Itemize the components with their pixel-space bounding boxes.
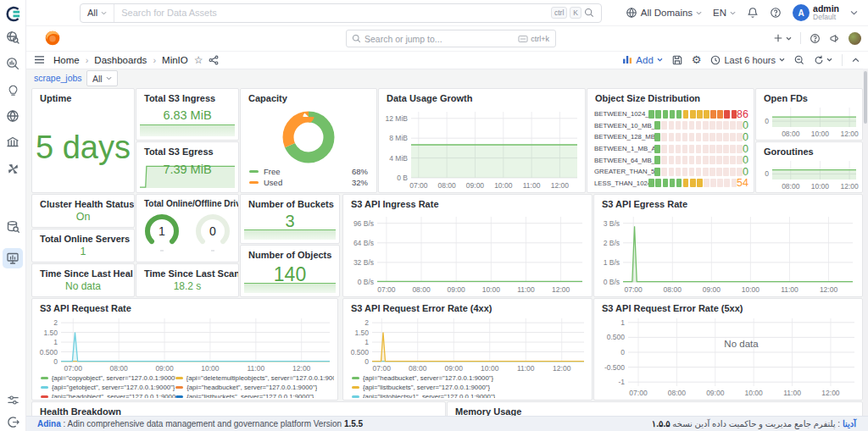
panel-title[interactable]: Open FDs [756,89,862,103]
sidebar-item-governance[interactable] [0,132,25,152]
svg-text:10:00: 10:00 [811,182,830,191]
open-fds-chart[interactable]: 08:0010:0012:000 [759,104,860,138]
panel-title[interactable]: Number of Objects [241,246,339,260]
legend-item[interactable]: {api="headobject", server="127.0.0.1:900… [41,392,175,398]
collapse-chevron-icon[interactable] [850,10,858,15]
sidebar-item-discovery[interactable] [0,27,25,47]
drives-gauges: 10 [136,212,238,254]
sidebar-item-domains[interactable] [0,106,25,126]
request-rate-chart[interactable]: 07:0008:0009:0010:0011:0012:0000.50011.5… [36,313,335,373]
time-range-picker[interactable]: Last 6 hours [710,55,785,65]
panel-title[interactable]: S3 API Ingress Rate [343,195,592,209]
grafana-search-input[interactable] [361,34,518,44]
svg-text:09:00: 09:00 [445,364,464,373]
svg-text:08:00: 08:00 [409,364,427,373]
panel-title[interactable]: Goroutines [756,142,862,157]
legend-item[interactable]: {api="copyobject", server="127.0.0.1:900… [41,373,175,383]
legend-item[interactable]: {api="headbucket", server="127.0.0.1:900… [352,373,588,383]
grafana-avatar[interactable] [849,32,861,45]
sidebar-item-monitoring[interactable] [0,248,25,268]
panel-title[interactable]: Number of Buckets [241,195,339,209]
notifications-button[interactable] [747,7,759,19]
bargauge-row: GREATER_THAN_512... 0 [594,166,748,178]
error-4xx-legend[interactable]: {api="headbucket", server="127.0.0.1:900… [352,373,588,398]
legend-item[interactable]: Used32% [249,177,368,188]
help-icon[interactable] [810,33,821,44]
variable-label[interactable]: scrape_jobs [34,73,82,83]
data-usage-chart[interactable]: 07:0008:0009:0010:0011:0012:000 B4 MiB8 … [382,105,582,190]
panel-title[interactable]: Object Size Distribution [587,89,754,103]
goroutines-chart[interactable]: 08:0010:0012:000 [759,157,860,191]
language-dropdown[interactable]: EN [713,8,736,18]
legend-item[interactable]: {api="listbuckets", server="127.0.0.1:90… [352,383,588,392]
share-icon[interactable] [209,55,219,65]
collapse-up-icon[interactable] [852,58,860,63]
help-button[interactable] [770,7,782,19]
asset-search-input[interactable] [114,8,551,18]
panel-title[interactable]: Total S3 Egress [136,142,238,157]
request-rate-legend[interactable]: {api="copyobject", server="127.0.0.1:900… [41,373,334,398]
settings-gear-icon[interactable]: ⚙ [692,54,702,65]
panel-title[interactable]: S3 API Request Rate [32,299,337,313]
sidebar-item-settings[interactable] [0,390,25,410]
svg-text:10:00: 10:00 [811,130,830,138]
sidebar-item-logout[interactable] [0,412,25,431]
panel-title[interactable]: Total Online/Offline Drives [136,195,238,208]
breadcrumb-home[interactable]: Home [53,55,80,65]
scrollbar-track[interactable] [863,69,868,416]
panel-title[interactable]: Capacity [241,89,376,103]
panel-title[interactable]: Data Usage Growth [379,89,585,103]
domains-dropdown[interactable]: All Domains [626,7,702,19]
panel-title[interactable]: Total S3 Ingress [136,89,238,103]
star-icon[interactable]: ☆ [194,54,203,66]
search-icon[interactable] [584,8,594,18]
panel-title[interactable]: S3 API Request Error Rate (4xx) [343,299,592,313]
news-megaphone-icon[interactable] [829,33,840,44]
error-5xx-chart[interactable]: 07:0008:0009:0010:0011:0012:00-1-0.50000… [598,313,860,397]
globe-search-icon [6,30,19,44]
legend-item[interactable]: {api="deletemultipleobjects", server="12… [175,373,334,383]
breadcrumb-current[interactable]: MinIO [162,55,188,65]
panel-title[interactable]: S3 API Egress Rate [594,195,862,209]
panel-uptime: Uptime 5 days [31,88,135,193]
sidebar-item-integration[interactable] [0,158,25,179]
sidebar-item-profiling[interactable] [0,53,25,74]
panel-title[interactable]: Memory Usage [448,402,862,416]
egress-rate-chart[interactable]: 07:0008:0009:0010:0011:0012:000 B/s1 B/s… [598,210,860,294]
panel-title[interactable]: Health Breakdown [32,402,445,416]
sidebar-item-data-query[interactable] [0,217,25,237]
add-panel-button[interactable]: Add [623,55,662,65]
panel-title[interactable]: Total Online Servers [32,229,134,244]
panel-title[interactable]: S3 API Request Error Rate (5xx) [594,299,862,313]
legend-item[interactable]: {api="getobject", server="127.0.0.1:9000… [41,383,175,392]
zoom-out-icon[interactable] [794,55,804,65]
panel-title[interactable]: Cluster Health Status [32,195,134,209]
legend-item[interactable]: {api="listobjectsv1", server="127.0.0.1:… [352,392,588,398]
user-menu[interactable]: A admin Default [793,4,839,21]
error-4xx-chart[interactable]: 07:0008:0009:0010:0011:0012:0000.50011.5… [347,313,589,373]
ingress-rate-chart[interactable]: 07:0008:0009:0010:0011:0012:000 B/s32 B/… [347,210,589,294]
panel-title[interactable]: Time Since Last Heal [32,264,134,279]
scrollbar-thumb[interactable] [864,71,867,124]
new-button[interactable] [773,33,792,43]
panel-online-offline-drives: Total Online/Offline Drives 10 [136,194,239,262]
capacity-legend[interactable]: Free68%Used32% [249,166,368,188]
object-size-bargauge[interactable]: BETWEEN_1024_B_A.. 86 BETWEEN_10_MB_A.. … [594,108,748,190]
legend-item[interactable]: {api="listbuckets", server="127.0.0.1:90… [175,392,334,398]
search-scope-dropdown[interactable]: All [81,4,114,22]
save-dashboard-icon[interactable] [672,55,682,65]
refresh-button[interactable] [814,55,832,65]
menu-hamburger-icon[interactable] [34,55,45,64]
grafana-logo[interactable] [44,30,61,47]
legend-item[interactable]: {api="headbucket", server="127.0.0.1:900… [175,383,334,392]
app-logo[interactable] [0,3,25,24]
sidebar-item-insights[interactable] [0,80,25,100]
breadcrumb-dashboards[interactable]: Dashboards [94,55,147,65]
variable-value-dropdown[interactable]: All [86,70,118,86]
capacity-donut[interactable] [241,107,376,168]
panel-title[interactable]: Time Since Last Scan [136,264,238,279]
panel-title[interactable]: Uptime [32,89,134,103]
svg-text:0: 0 [620,348,625,356]
legend-item[interactable]: Free68% [249,166,368,177]
k-keycap: K [570,7,581,19]
